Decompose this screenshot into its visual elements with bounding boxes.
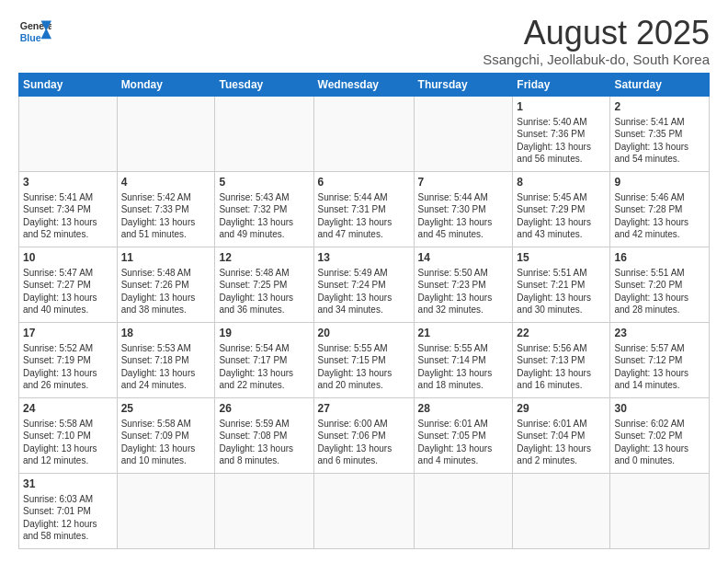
table-row: 9Sunrise: 5:46 AM Sunset: 7:28 PM Daylig… — [610, 171, 710, 247]
table-row — [414, 473, 513, 548]
table-row — [610, 473, 710, 548]
day-info: Sunrise: 5:44 AM Sunset: 7:31 PM Dayligh… — [318, 192, 394, 240]
table-row: 21Sunrise: 5:55 AM Sunset: 7:14 PM Dayli… — [414, 322, 513, 397]
header: General Blue August 2025 Ssangchi, Jeoll… — [18, 15, 710, 67]
day-info: Sunrise: 6:01 AM Sunset: 7:05 PM Dayligh… — [418, 419, 495, 466]
table-row: 30Sunrise: 6:02 AM Sunset: 7:02 PM Dayli… — [610, 397, 710, 473]
day-number: 13 — [318, 250, 410, 265]
table-row: 24Sunrise: 5:58 AM Sunset: 7:10 PM Dayli… — [19, 397, 118, 473]
col-monday: Monday — [117, 73, 215, 96]
table-row: 26Sunrise: 5:59 AM Sunset: 7:08 PM Dayli… — [215, 397, 313, 473]
day-info: Sunrise: 5:56 AM Sunset: 7:13 PM Dayligh… — [517, 343, 593, 391]
table-row — [19, 96, 118, 171]
day-info: Sunrise: 5:58 AM Sunset: 7:10 PM Dayligh… — [23, 419, 99, 466]
day-info: Sunrise: 6:02 AM Sunset: 7:02 PM Dayligh… — [614, 419, 690, 466]
col-friday: Friday — [513, 73, 610, 96]
title-block: August 2025 Ssangchi, Jeollabuk-do, Sout… — [483, 15, 710, 67]
calendar-week-row-4: 24Sunrise: 5:58 AM Sunset: 7:10 PM Dayli… — [19, 397, 710, 473]
day-info: Sunrise: 5:53 AM Sunset: 7:18 PM Dayligh… — [121, 343, 198, 391]
table-row: 16Sunrise: 5:51 AM Sunset: 7:20 PM Dayli… — [610, 247, 710, 322]
table-row: 22Sunrise: 5:56 AM Sunset: 7:13 PM Dayli… — [513, 322, 610, 397]
table-row: 8Sunrise: 5:45 AM Sunset: 7:29 PM Daylig… — [513, 171, 610, 247]
col-saturday: Saturday — [610, 73, 710, 96]
calendar-week-row-1: 3Sunrise: 5:41 AM Sunset: 7:34 PM Daylig… — [19, 171, 710, 247]
table-row: 1Sunrise: 5:40 AM Sunset: 7:36 PM Daylig… — [513, 96, 610, 171]
day-info: Sunrise: 5:55 AM Sunset: 7:14 PM Dayligh… — [418, 343, 495, 391]
table-row — [513, 473, 610, 548]
day-number: 7 — [418, 175, 509, 190]
table-row: 31Sunrise: 6:03 AM Sunset: 7:01 PM Dayli… — [19, 473, 118, 548]
day-number: 25 — [121, 401, 211, 416]
day-number: 9 — [614, 175, 705, 190]
day-number: 20 — [318, 326, 410, 340]
table-row — [117, 473, 215, 548]
day-number: 30 — [614, 401, 705, 416]
day-number: 6 — [318, 175, 410, 190]
day-info: Sunrise: 5:59 AM Sunset: 7:08 PM Dayligh… — [219, 419, 295, 466]
month-title: August 2025 — [483, 15, 710, 52]
calendar-week-row-2: 10Sunrise: 5:47 AM Sunset: 7:27 PM Dayli… — [19, 247, 710, 322]
day-info: Sunrise: 5:41 AM Sunset: 7:34 PM Dayligh… — [23, 192, 99, 240]
day-info: Sunrise: 5:51 AM Sunset: 7:21 PM Dayligh… — [517, 268, 593, 316]
day-info: Sunrise: 5:41 AM Sunset: 7:35 PM Dayligh… — [614, 117, 690, 165]
day-number: 2 — [614, 99, 705, 114]
day-info: Sunrise: 6:01 AM Sunset: 7:04 PM Dayligh… — [517, 419, 593, 466]
table-row: 18Sunrise: 5:53 AM Sunset: 7:18 PM Dayli… — [117, 322, 215, 397]
day-info: Sunrise: 5:43 AM Sunset: 7:32 PM Dayligh… — [219, 192, 295, 240]
table-row: 3Sunrise: 5:41 AM Sunset: 7:34 PM Daylig… — [19, 171, 118, 247]
page: General Blue August 2025 Ssangchi, Jeoll… — [0, 0, 728, 558]
day-info: Sunrise: 5:48 AM Sunset: 7:26 PM Dayligh… — [121, 268, 198, 316]
calendar-week-row-0: 1Sunrise: 5:40 AM Sunset: 7:36 PM Daylig… — [19, 96, 710, 171]
col-wednesday: Wednesday — [313, 73, 414, 96]
table-row: 19Sunrise: 5:54 AM Sunset: 7:17 PM Dayli… — [215, 322, 313, 397]
day-info: Sunrise: 5:49 AM Sunset: 7:24 PM Dayligh… — [318, 268, 394, 316]
calendar-week-row-5: 31Sunrise: 6:03 AM Sunset: 7:01 PM Dayli… — [19, 473, 710, 548]
day-info: Sunrise: 6:03 AM Sunset: 7:01 PM Dayligh… — [23, 494, 99, 542]
calendar-table: Sunday Monday Tuesday Wednesday Thursday… — [18, 73, 710, 549]
table-row — [117, 96, 215, 171]
table-row: 25Sunrise: 5:58 AM Sunset: 7:09 PM Dayli… — [117, 397, 215, 473]
col-sunday: Sunday — [19, 73, 118, 96]
day-number: 26 — [219, 401, 309, 416]
day-number: 1 — [517, 99, 606, 114]
day-info: Sunrise: 6:00 AM Sunset: 7:06 PM Dayligh… — [318, 419, 394, 466]
day-info: Sunrise: 5:50 AM Sunset: 7:23 PM Dayligh… — [418, 268, 495, 316]
day-info: Sunrise: 5:42 AM Sunset: 7:33 PM Dayligh… — [121, 192, 198, 240]
day-number: 28 — [418, 401, 509, 416]
day-info: Sunrise: 5:47 AM Sunset: 7:27 PM Dayligh… — [23, 268, 99, 316]
day-number: 29 — [517, 401, 606, 416]
day-number: 17 — [23, 326, 113, 340]
day-number: 22 — [517, 326, 606, 340]
table-row: 2Sunrise: 5:41 AM Sunset: 7:35 PM Daylig… — [610, 96, 710, 171]
table-row: 29Sunrise: 6:01 AM Sunset: 7:04 PM Dayli… — [513, 397, 610, 473]
table-row: 17Sunrise: 5:52 AM Sunset: 7:19 PM Dayli… — [19, 322, 118, 397]
table-row: 14Sunrise: 5:50 AM Sunset: 7:23 PM Dayli… — [414, 247, 513, 322]
table-row: 12Sunrise: 5:48 AM Sunset: 7:25 PM Dayli… — [215, 247, 313, 322]
day-number: 31 — [23, 477, 113, 491]
table-row: 10Sunrise: 5:47 AM Sunset: 7:27 PM Dayli… — [19, 247, 118, 322]
day-number: 21 — [418, 326, 509, 340]
table-row — [215, 96, 313, 171]
day-number: 12 — [219, 250, 309, 265]
col-thursday: Thursday — [414, 73, 513, 96]
table-row — [313, 473, 414, 548]
day-number: 4 — [121, 175, 211, 190]
table-row: 5Sunrise: 5:43 AM Sunset: 7:32 PM Daylig… — [215, 171, 313, 247]
table-row: 28Sunrise: 6:01 AM Sunset: 7:05 PM Dayli… — [414, 397, 513, 473]
table-row: 7Sunrise: 5:44 AM Sunset: 7:30 PM Daylig… — [414, 171, 513, 247]
day-number: 14 — [418, 250, 509, 265]
location: Ssangchi, Jeollabuk-do, South Korea — [483, 52, 710, 67]
col-tuesday: Tuesday — [215, 73, 313, 96]
day-number: 3 — [23, 175, 113, 190]
table-row — [215, 473, 313, 548]
day-info: Sunrise: 5:45 AM Sunset: 7:29 PM Dayligh… — [517, 192, 593, 240]
table-row: 23Sunrise: 5:57 AM Sunset: 7:12 PM Dayli… — [610, 322, 710, 397]
calendar-header-row: Sunday Monday Tuesday Wednesday Thursday… — [19, 73, 710, 96]
day-number: 24 — [23, 401, 113, 416]
day-info: Sunrise: 5:40 AM Sunset: 7:36 PM Dayligh… — [517, 117, 593, 165]
table-row — [313, 96, 414, 171]
day-info: Sunrise: 5:51 AM Sunset: 7:20 PM Dayligh… — [614, 268, 690, 316]
day-number: 23 — [614, 326, 705, 340]
svg-text:Blue: Blue — [20, 32, 41, 43]
table-row — [414, 96, 513, 171]
